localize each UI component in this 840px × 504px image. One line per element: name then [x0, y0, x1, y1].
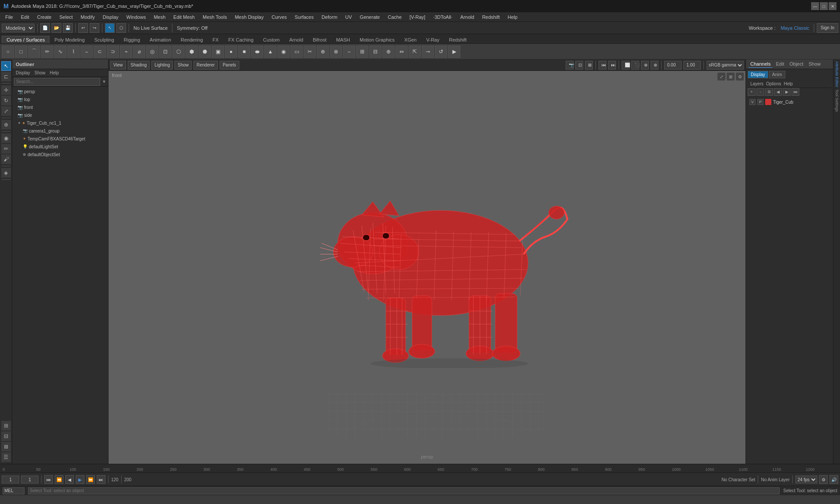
menu-item-help[interactable]: Help: [504, 14, 521, 21]
viewport-menu-view[interactable]: View: [110, 61, 126, 70]
tool-settings-tab[interactable]: Tool Settings: [834, 88, 840, 114]
transport-step-back[interactable]: ◀: [65, 475, 74, 484]
start-frame-input[interactable]: [2, 476, 19, 483]
camera-select-btn[interactable]: 📷: [566, 61, 574, 70]
shelf-tab-11[interactable]: MASH: [331, 36, 355, 43]
shelf-icon-fillet[interactable]: ⌢: [343, 46, 355, 58]
shelf-icon-circle[interactable]: ○: [2, 46, 14, 58]
menu-item-file[interactable]: File: [2, 14, 17, 21]
tree-item-persp[interactable]: 📷 persp: [12, 88, 108, 95]
show-manip-icon[interactable]: ◈: [1, 168, 11, 178]
maximize-button[interactable]: □: [820, 2, 828, 10]
menu-item-mesh-display[interactable]: Mesh Display: [231, 14, 267, 21]
display-layer-tab[interactable]: Display: [748, 71, 768, 78]
menu-item-cache[interactable]: Cache: [384, 14, 405, 21]
menu-item-generate[interactable]: Generate: [356, 14, 383, 21]
shelf-icon-birail[interactable]: ⬢: [186, 46, 198, 58]
shelf-icon-stitch[interactable]: ⊕: [317, 46, 329, 58]
vp-playback-next[interactable]: ⏭: [608, 61, 616, 70]
shelf-icon-boundary[interactable]: ⬣: [199, 46, 211, 58]
shelf-icon-render[interactable]: ▶: [448, 46, 460, 58]
transport-prev-key[interactable]: ⏪: [55, 475, 63, 484]
workspace-mode-select[interactable]: Modeling: [2, 24, 35, 32]
select-tool-icon[interactable]: ↖: [1, 61, 11, 71]
shelf-icon-curve7[interactable]: ⌀: [133, 46, 145, 58]
vp-display4[interactable]: ⊗: [651, 61, 658, 70]
tree-item-side[interactable]: 📷 side: [12, 111, 108, 119]
tab-channels[interactable]: Channels: [749, 60, 772, 68]
viewport-menu-panels[interactable]: Panels: [220, 61, 239, 70]
shelf-tab-2[interactable]: Sculpting: [90, 36, 119, 43]
shelf-tab-9[interactable]: Arnold: [284, 36, 308, 43]
undo-button[interactable]: ↩: [78, 23, 88, 33]
minimize-button[interactable]: —: [811, 2, 819, 10]
vp-expand-icon[interactable]: ⤢: [718, 73, 725, 80]
viewport-menu-shading[interactable]: Shading: [128, 61, 150, 70]
shelf-icon-curve2[interactable]: ⌇: [67, 46, 80, 58]
universal-manip-icon[interactable]: ⊕: [1, 120, 11, 130]
layer-remove-btn[interactable]: -: [756, 88, 764, 96]
menu-item-curves[interactable]: Curves: [268, 14, 290, 21]
soft-mod-icon[interactable]: ◉: [1, 133, 11, 143]
tree-item-camera-group[interactable]: 📷 camera1_group: [12, 127, 108, 135]
shelf-icon-attach[interactable]: ⊞: [356, 46, 368, 58]
shelf-icon-cylinder[interactable]: ⬬: [251, 46, 263, 58]
shelf-icon-sphere[interactable]: ●: [225, 46, 237, 58]
menu-item-modify[interactable]: Modify: [77, 14, 98, 21]
transport-next-key[interactable]: ⏩: [86, 475, 95, 484]
shelf-icon-offset[interactable]: ⇱: [409, 46, 421, 58]
shelf-tab-6[interactable]: FX: [208, 36, 224, 43]
shelf-icon-curve6[interactable]: ⌁: [120, 46, 132, 58]
paint-icon[interactable]: 🖌: [1, 154, 11, 164]
shelf-icon-insert[interactable]: ⊕: [382, 46, 395, 58]
menu-item--3dtoall-[interactable]: ·3DToAll·: [430, 14, 456, 21]
shelf-icon-pen[interactable]: ✏: [41, 46, 53, 58]
menu-item-edit-mesh[interactable]: Edit Mesh: [170, 14, 198, 21]
tree-item-objectset[interactable]: ⊕ defaultObjectSet: [12, 150, 108, 158]
layer-add-btn[interactable]: +: [748, 88, 756, 96]
tree-item-front[interactable]: 📷 front: [12, 103, 108, 111]
vp-layout-icon[interactable]: ⊞: [727, 73, 735, 80]
layer-options-btn[interactable]: ⚙: [765, 88, 773, 96]
menu-item-uv[interactable]: UV: [342, 14, 355, 21]
outliner-menu-help[interactable]: Help: [48, 70, 61, 75]
close-button[interactable]: ✕: [829, 2, 836, 10]
shelf-icon-sculpt[interactable]: ⊸: [422, 46, 434, 58]
menu-item-redshift[interactable]: Redshift: [479, 14, 503, 21]
sculpt-icon[interactable]: ✏: [1, 144, 11, 154]
shelf-tab-3[interactable]: Rigging: [119, 36, 145, 43]
outliner-menu-display[interactable]: Display: [14, 70, 32, 75]
tree-item-tempcam[interactable]: ✦ TempCamFBXASCD46Target: [12, 135, 108, 143]
shelf-icon-loft[interactable]: ⬡: [172, 46, 185, 58]
viewport-menu-lighting[interactable]: Lighting: [151, 61, 173, 70]
shelf-tab-1[interactable]: Poly Modeling: [49, 36, 89, 43]
help-menu-item[interactable]: Help: [784, 81, 793, 86]
shelf-icon-extrude[interactable]: ⊡: [159, 46, 172, 58]
shelf-icon-arc[interactable]: ⌒: [28, 46, 40, 58]
shelf-icon-cube[interactable]: ■: [238, 46, 250, 58]
layer-end-btn[interactable]: ⏭: [791, 88, 799, 96]
shelf-tab-12[interactable]: Motion Graphics: [355, 36, 399, 43]
menu-item-arnold[interactable]: Arnold: [457, 14, 478, 21]
shelf-icon-detach[interactable]: ⊟: [369, 46, 382, 58]
select-tool-button[interactable]: ↖: [105, 23, 115, 33]
shelf-icon-curve5[interactable]: ⊃: [107, 46, 119, 58]
tab-edit[interactable]: Edit: [774, 60, 786, 68]
shelf-icon-cone[interactable]: ▲: [264, 46, 276, 58]
visibility-btn[interactable]: V: [749, 99, 756, 105]
new-scene-button[interactable]: 📄: [40, 23, 50, 33]
shelf-icon-planar[interactable]: ▣: [212, 46, 224, 58]
menu-item-display[interactable]: Display: [99, 14, 122, 21]
current-frame-input[interactable]: [21, 476, 38, 483]
gamma-select[interactable]: sRGB gamma: [707, 61, 744, 70]
viewport-canvas[interactable]: front: [108, 71, 746, 464]
lasso-tool-icon[interactable]: ⊏: [1, 72, 11, 81]
mel-script-input[interactable]: [3, 487, 24, 494]
audio-btn[interactable]: 🔊: [830, 475, 838, 484]
vp-display1[interactable]: ⬜: [622, 61, 630, 70]
tab-object[interactable]: Object: [788, 60, 805, 68]
menu-item-deform[interactable]: Deform: [318, 14, 341, 21]
quick-layout-icon[interactable]: ⊞: [1, 421, 11, 430]
shelf-tab-10[interactable]: Bifrost: [308, 36, 331, 43]
options-menu-item[interactable]: Options: [766, 81, 781, 86]
